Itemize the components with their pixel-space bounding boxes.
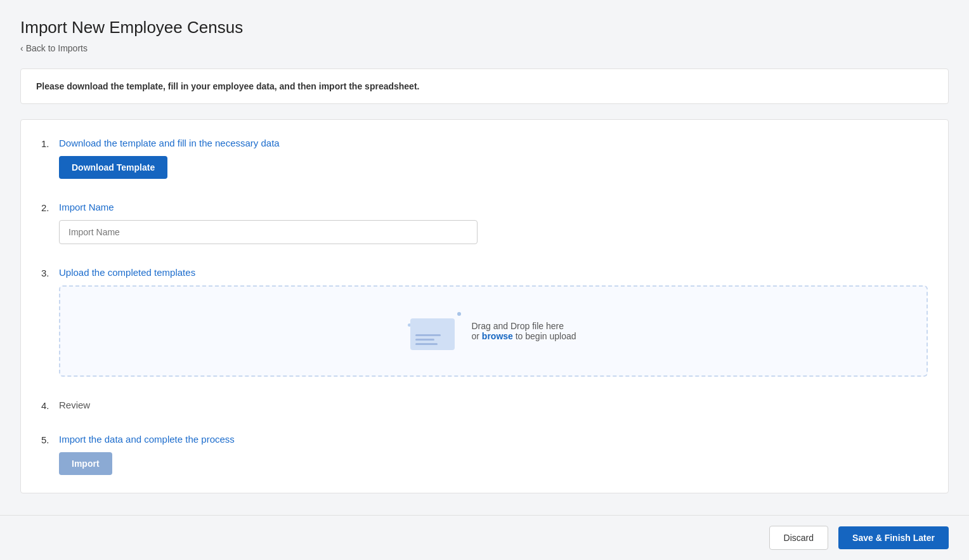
- upload-lines: [415, 334, 441, 345]
- upload-dot-1: [457, 312, 461, 316]
- step-5: 5. Import the data and complete the proc…: [41, 434, 928, 475]
- import-button[interactable]: Import: [59, 452, 112, 475]
- steps-container: 1. Download the template and fill in the…: [20, 119, 949, 493]
- step-2-label: Import Name: [59, 202, 928, 212]
- info-banner: Please download the template, fill in yo…: [20, 68, 949, 104]
- step-1: 1. Download the template and fill in the…: [41, 138, 928, 179]
- browse-link[interactable]: browse: [482, 331, 513, 341]
- step-3-number: 3.: [41, 268, 59, 278]
- upload-icon: [410, 312, 461, 350]
- step-1-label: Download the template and fill in the ne…: [59, 138, 928, 148]
- import-name-input[interactable]: [59, 220, 478, 244]
- page-title: Import New Employee Census: [20, 18, 949, 37]
- step-3: 3. Upload the completed templates: [41, 267, 928, 377]
- step-4-label: Review: [59, 400, 928, 410]
- step-4-number: 4.: [41, 400, 59, 411]
- step-3-content: Upload the completed templates: [59, 267, 928, 377]
- step-5-content: Import the data and complete the process…: [59, 434, 928, 475]
- step-2: 2. Import Name: [41, 202, 928, 244]
- upload-line-3: [415, 343, 438, 345]
- step-1-number: 1.: [41, 138, 59, 149]
- main-content: Import New Employee Census ‹ Back to Imp…: [0, 0, 969, 560]
- upload-line-1: [415, 334, 441, 336]
- upload-end-text: to begin upload: [516, 331, 576, 341]
- info-banner-text: Please download the template, fill in yo…: [36, 81, 419, 91]
- step-3-label: Upload the completed templates: [59, 267, 928, 278]
- step-4-content: Review: [59, 400, 928, 410]
- footer-bar: Discard Save & Finish Later: [0, 515, 969, 560]
- step-2-number: 2.: [41, 202, 59, 213]
- upload-text-area: Drag and Drop file here or browse to beg…: [471, 321, 576, 341]
- download-template-button[interactable]: Download Template: [59, 156, 167, 179]
- upload-line-2: [415, 339, 434, 341]
- upload-browse-line: or browse to begin upload: [471, 331, 576, 341]
- chevron-left-icon: ‹: [20, 43, 23, 53]
- step-5-label: Import the data and complete the process: [59, 434, 928, 445]
- upload-dropzone[interactable]: Drag and Drop file here or browse to beg…: [59, 285, 928, 377]
- step-5-number: 5.: [41, 434, 59, 445]
- save-finish-button[interactable]: Save & Finish Later: [838, 526, 949, 549]
- or-text: or: [471, 331, 479, 341]
- discard-button[interactable]: Discard: [769, 526, 828, 550]
- step-4: 4. Review: [41, 400, 928, 411]
- back-link-label: Back to Imports: [26, 43, 88, 53]
- back-to-imports-link[interactable]: ‹ Back to Imports: [20, 43, 88, 53]
- step-1-content: Download the template and fill in the ne…: [59, 138, 928, 179]
- page-container: Import New Employee Census ‹ Back to Imp…: [0, 0, 969, 560]
- upload-box-icon: [410, 318, 455, 350]
- step-2-content: Import Name: [59, 202, 928, 244]
- drag-drop-text: Drag and Drop file here: [471, 321, 564, 331]
